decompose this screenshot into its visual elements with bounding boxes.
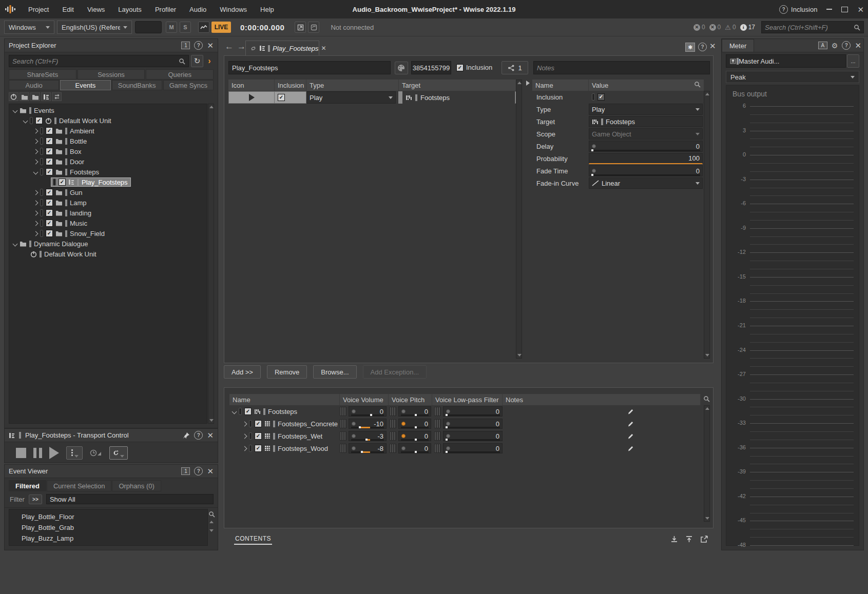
volume-value[interactable]: -8	[349, 443, 387, 453]
inclusion-checkbox[interactable]: ✓	[255, 432, 262, 440]
inclusion-checkbox[interactable]: ✓	[46, 158, 53, 165]
rtpc-knob-icon[interactable]	[352, 409, 356, 413]
property-scrollbar[interactable]	[704, 91, 710, 359]
rtpc-knob-icon[interactable]	[401, 434, 406, 438]
sync-icon[interactable]	[52, 92, 62, 101]
live-button[interactable]: LIVE	[211, 22, 231, 33]
pause-button[interactable]	[33, 448, 42, 458]
filter-expand-button[interactable]: >>	[29, 494, 42, 504]
error-counter[interactable]: ✕0	[693, 24, 705, 31]
panel-instance-button[interactable]: 1	[181, 42, 190, 49]
close-panel-icon[interactable]: ✕	[207, 467, 214, 475]
tree-row[interactable]: ✓Box	[9, 146, 207, 156]
close-panel-icon[interactable]: ✕	[207, 42, 214, 49]
tab-orphans[interactable]: Orphans (0)	[112, 480, 161, 491]
new-virtual-folder-icon[interactable]	[30, 92, 40, 101]
action-type-dropdown[interactable]: Play	[306, 91, 396, 104]
inclusion-checkbox[interactable]: ✓	[255, 445, 262, 452]
notes-field[interactable]: Notes	[533, 61, 710, 74]
menu-edit[interactable]: Edit	[55, 0, 80, 18]
tree-selected-item[interactable]: ✓Play_Footsteps	[51, 177, 131, 187]
tree-row[interactable]: Events	[9, 105, 207, 115]
tab-soundbanks[interactable]: SoundBanks	[112, 80, 162, 90]
tab-game-syncs[interactable]: Game Syncs	[163, 80, 214, 90]
remove-button[interactable]: Remove	[267, 365, 307, 379]
browse-button[interactable]: Browse...	[313, 365, 356, 379]
rtpc-knob-icon[interactable]	[446, 409, 450, 413]
pitch-value[interactable]: 0	[398, 431, 431, 441]
action-row[interactable]: ✓ Play Footsteps	[228, 91, 522, 104]
menu-views[interactable]: Views	[81, 0, 111, 18]
edit-notes-icon[interactable]	[627, 445, 634, 452]
filter-input[interactable]: Show All	[46, 494, 214, 504]
new-event-icon[interactable]	[41, 92, 51, 101]
pitch-value[interactable]: 0	[398, 406, 431, 417]
close-panel-icon[interactable]: ✕	[855, 42, 861, 49]
expander-down-icon[interactable]	[13, 241, 18, 246]
refresh-icon[interactable]: ↻	[191, 55, 203, 67]
gain-field[interactable]	[135, 21, 162, 33]
rtpc-knob-icon[interactable]	[446, 434, 450, 438]
tab-filtered[interactable]: Filtered	[9, 480, 46, 491]
menu-layouts[interactable]: Layouts	[111, 0, 148, 18]
expander-down-icon[interactable]	[232, 409, 237, 414]
tree-row[interactable]: ✓Default Work Unit	[9, 115, 207, 126]
color-picker-icon[interactable]	[395, 62, 408, 74]
expander-right-icon[interactable]	[242, 421, 247, 426]
context-help-icon[interactable]: ?	[779, 5, 788, 14]
inclusion-checkbox[interactable]: ✓	[244, 408, 252, 415]
close-panel-icon[interactable]: ✕	[207, 431, 214, 439]
nav-back-icon[interactable]: ←	[225, 42, 234, 52]
pitch-value[interactable]: 0	[398, 419, 431, 429]
expander-right-icon[interactable]	[242, 446, 247, 451]
contents-row[interactable]: ✓Footsteps_Wet-300	[229, 430, 701, 442]
close-button[interactable]: ✕	[857, 6, 864, 13]
maximize-button[interactable]	[841, 7, 848, 12]
volume-value[interactable]: -3	[349, 431, 387, 441]
stop-button[interactable]	[16, 448, 26, 458]
tree-scrollbar[interactable]	[208, 104, 214, 424]
object-id-field[interactable]: 3854155799	[411, 61, 451, 74]
pitch-value[interactable]: 0	[398, 443, 431, 453]
search-icon[interactable]	[694, 81, 701, 88]
action-inclusion-checkbox[interactable]: ✓	[278, 94, 285, 101]
platform-selector[interactable]: Windows	[4, 21, 54, 34]
help-icon[interactable]: ?	[194, 41, 203, 50]
property-value-probability[interactable]: 100	[589, 153, 703, 164]
close-tab-icon[interactable]: ✕	[321, 45, 326, 51]
event-list-item[interactable]: Play_Buzz_Lamp	[22, 533, 207, 544]
nav-forward-icon[interactable]: →	[237, 42, 246, 52]
contents-scrollbar[interactable]	[704, 405, 710, 522]
tree-row[interactable]: ✓Snow_Field	[9, 228, 207, 239]
float-view-button[interactable]: ✱	[685, 43, 695, 52]
property-value-delay[interactable]: 0	[589, 141, 703, 152]
remote-connect-icon[interactable]	[295, 22, 306, 33]
play-button[interactable]	[49, 447, 59, 459]
expander-right-icon[interactable]	[242, 433, 247, 439]
tree-row[interactable]: ✓landing	[9, 208, 207, 218]
expander-right-icon[interactable]	[33, 221, 38, 226]
minimize-button[interactable]	[826, 9, 832, 10]
reset-button[interactable]	[109, 446, 128, 460]
tree-row[interactable]: ✓Play_Footsteps	[9, 177, 207, 187]
volume-value[interactable]: -10	[349, 419, 387, 429]
expander-down-icon[interactable]	[33, 169, 38, 174]
edit-notes-icon[interactable]	[627, 408, 634, 415]
menu-help[interactable]: Help	[254, 0, 281, 18]
tree-row[interactable]: ✓Door	[9, 156, 207, 167]
inclusion-checkbox[interactable]: ✓	[456, 64, 464, 71]
contents-row[interactable]: ✓Footsteps_Wood-800	[229, 442, 701, 454]
tree-row[interactable]: Default Work Unit	[9, 249, 207, 259]
expander-down-icon[interactable]	[23, 118, 28, 123]
expander-right-icon[interactable]	[33, 128, 38, 133]
rtpc-knob-icon[interactable]	[592, 144, 596, 148]
rtpc-knob-icon[interactable]	[446, 422, 450, 426]
new-workunit-icon[interactable]	[9, 92, 18, 101]
mute-button[interactable]: M	[166, 22, 177, 33]
tab-events[interactable]: Events	[60, 80, 110, 90]
help-icon[interactable]: ?	[698, 43, 707, 51]
tree-row[interactable]: ✓Music	[9, 218, 207, 228]
property-value-target[interactable]: Footsteps	[589, 116, 703, 127]
menu-audio[interactable]: Audio	[183, 0, 213, 18]
search-icon[interactable]	[703, 395, 710, 402]
